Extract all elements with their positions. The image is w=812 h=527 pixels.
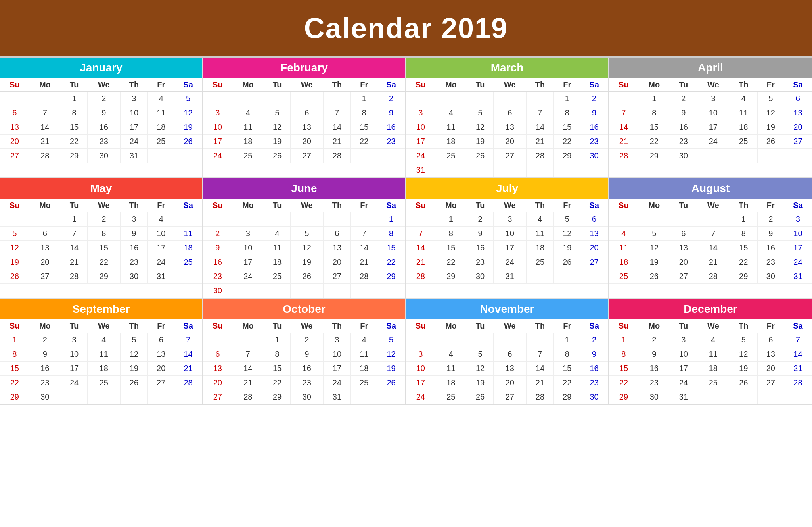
- day-cell: 16: [670, 120, 697, 135]
- day-cell: 15: [61, 120, 88, 135]
- day-cell: 4: [697, 333, 730, 347]
- day-header: Sa: [580, 319, 608, 333]
- day-cell: 21: [697, 255, 730, 269]
- day-cell: 25: [526, 255, 554, 269]
- day-cell: 21: [406, 255, 435, 269]
- table-row: 24252627282930: [406, 390, 608, 404]
- month-table: SuMoTuWeThFrSa12345678910111213141516171…: [609, 199, 812, 284]
- day-cell: 4: [730, 92, 757, 106]
- day-cell: [580, 269, 608, 284]
- day-cell: 13: [203, 362, 232, 376]
- day-cell: 6: [29, 227, 61, 241]
- day-cell: 4: [88, 333, 121, 347]
- day-cell: 16: [580, 362, 608, 376]
- day-header: Th: [323, 78, 351, 92]
- day-cell: 13: [494, 362, 527, 376]
- day-cell: [757, 390, 784, 404]
- day-cell: [609, 92, 638, 106]
- day-cell: 6: [494, 106, 527, 120]
- day-cell: [494, 163, 527, 177]
- day-cell: 2: [29, 333, 61, 347]
- day-cell: 4: [264, 227, 291, 241]
- month-table: SuMoTuWeThFrSa12345678910111213141516171…: [406, 78, 608, 177]
- day-cell: 27: [580, 255, 608, 269]
- day-cell: 8: [638, 106, 670, 120]
- day-header: We: [88, 199, 121, 212]
- day-header: Mo: [29, 199, 61, 212]
- month-block-april: AprilSuMoTuWeThFrSa123456789101112131415…: [609, 58, 812, 178]
- day-cell: [526, 269, 554, 284]
- month-table: SuMoTuWeThFrSa12345678910111213141516171…: [609, 78, 812, 163]
- day-cell: 6: [580, 212, 608, 227]
- day-cell: 3: [784, 212, 812, 227]
- day-cell: 1: [730, 212, 757, 227]
- day-cell: 10: [670, 347, 697, 362]
- day-cell: 30: [29, 390, 61, 404]
- day-cell: 14: [323, 120, 351, 135]
- day-cell: [232, 92, 264, 106]
- day-cell: 12: [120, 347, 148, 362]
- day-cell: 15: [351, 120, 377, 135]
- day-cell: [120, 390, 148, 404]
- day-cell: 27: [784, 135, 812, 149]
- table-row: 6789101112: [0, 106, 202, 120]
- month-table: SuMoTuWeThFrSa12345678910111213141516171…: [203, 199, 405, 298]
- table-row: 1: [203, 212, 405, 227]
- day-cell: [467, 92, 494, 106]
- day-cell: 3: [670, 333, 697, 347]
- day-cell: 18: [609, 255, 638, 269]
- day-header: Su: [406, 78, 435, 92]
- day-cell: 25: [730, 135, 757, 149]
- month-header: July: [406, 178, 608, 199]
- day-cell: 16: [580, 120, 608, 135]
- table-row: 1234567: [609, 333, 812, 347]
- day-cell: [291, 284, 324, 298]
- day-cell: 22: [554, 135, 580, 149]
- day-header: Tu: [670, 199, 697, 212]
- day-cell: 8: [377, 227, 405, 241]
- day-cell: 20: [323, 255, 351, 269]
- day-header: Mo: [232, 199, 264, 212]
- day-cell: [291, 212, 324, 227]
- day-cell: 15: [554, 362, 580, 376]
- day-cell: 7: [526, 347, 554, 362]
- day-cell: [29, 92, 61, 106]
- day-cell: [526, 163, 554, 177]
- day-header: Fr: [148, 78, 174, 92]
- day-cell: 20: [203, 376, 232, 390]
- month-header: June: [203, 178, 405, 199]
- day-cell: 7: [697, 227, 730, 241]
- day-cell: 21: [232, 376, 264, 390]
- calendar-grid: JanuarySuMoTuWeThFrSa1234567891011121314…: [0, 56, 812, 405]
- table-row: 13141516171819: [0, 120, 202, 135]
- day-cell: [638, 212, 670, 227]
- day-cell: 10: [232, 241, 264, 255]
- table-row: 78910111213: [609, 106, 812, 120]
- table-row: 12: [406, 333, 608, 347]
- day-cell: 4: [232, 106, 264, 120]
- day-cell: 26: [730, 376, 757, 390]
- day-cell: 6: [203, 347, 232, 362]
- day-cell: [203, 333, 232, 347]
- day-header: We: [291, 319, 324, 333]
- day-cell: 2: [88, 92, 121, 106]
- day-header: Su: [609, 78, 638, 92]
- day-cell: [148, 149, 174, 163]
- month-block-february: FebruarySuMoTuWeThFrSa123456789101112131…: [203, 58, 406, 178]
- day-header: Tu: [670, 319, 697, 333]
- day-cell: 14: [174, 347, 202, 362]
- day-cell: [264, 92, 291, 106]
- day-cell: 23: [467, 255, 494, 269]
- month-block-march: MarchSuMoTuWeThFrSa123456789101112131415…: [406, 58, 609, 178]
- day-cell: [467, 163, 494, 177]
- day-cell: 28: [174, 376, 202, 390]
- day-cell: [435, 92, 467, 106]
- day-cell: 15: [435, 241, 467, 255]
- table-row: 2345678: [203, 227, 405, 241]
- day-cell: 1: [638, 92, 670, 106]
- day-cell: [351, 390, 377, 404]
- day-cell: 26: [467, 390, 494, 404]
- table-row: 3456789: [406, 347, 608, 362]
- day-header: Tu: [61, 319, 88, 333]
- day-cell: 3: [406, 347, 435, 362]
